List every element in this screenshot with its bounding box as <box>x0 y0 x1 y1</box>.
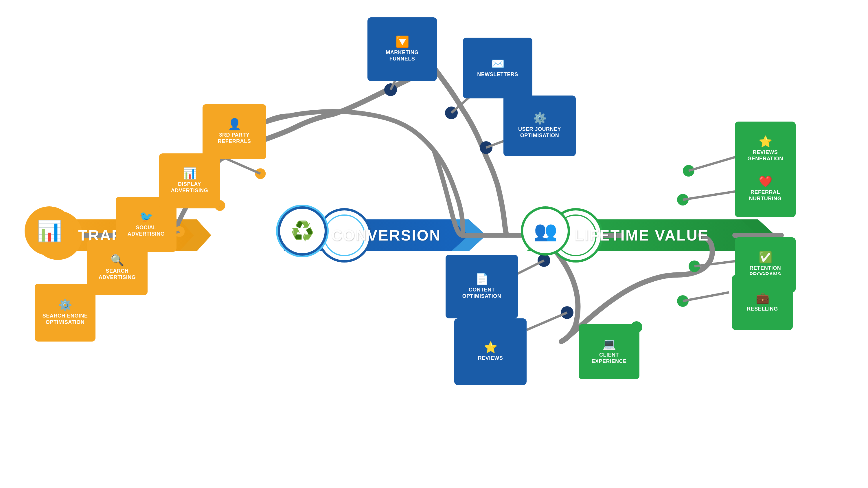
display-ads-icon: 📊 <box>183 168 196 179</box>
social-ads-icon: 🐦 <box>140 211 153 222</box>
svg-line-25 <box>683 292 729 301</box>
conversion-banner-container: ♻️ CONVERSION <box>283 219 486 251</box>
display-ads-label: DISPLAYADVERTISING <box>171 181 208 194</box>
seo-icon: ⚙️ <box>58 300 72 311</box>
referral-nurturing-icon: ❤️ <box>758 176 772 187</box>
card-referral-nurturing: ❤️ REFERRALNURTURING <box>735 161 796 217</box>
diagram-container: 📊 TRAFFIC ♻️ CONVERSION 👥 LIFETIME VALUE… <box>0 0 868 488</box>
reviews-gen-label: REVIEWSGENERATION <box>747 149 783 162</box>
svg-line-24 <box>694 261 741 266</box>
card-reviews: ⭐ REVIEWS <box>454 318 527 385</box>
lifetime-label: LIFETIME VALUE <box>574 226 709 244</box>
user-journey-label: USER JOURNEYOPTIMISATION <box>518 126 561 139</box>
content-opt-icon: 📄 <box>475 274 489 284</box>
card-user-journey: ⚙️ USER JOURNEYOPTIMISATION <box>503 95 576 156</box>
client-exp-icon: 💻 <box>602 339 616 349</box>
referrals-icon: 👤 <box>228 119 241 130</box>
card-content-opt: 📄 CONTENTOPTIMISATION <box>445 255 518 318</box>
reselling-label: RESELLING <box>747 306 778 312</box>
referral-nurturing-label: REFERRALNURTURING <box>749 189 782 202</box>
reviews-icon: ⭐ <box>484 342 497 353</box>
marketing-funnels-icon: 🔽 <box>396 36 409 47</box>
card-marketing-funnels: 🔽 MARKETINGFUNNELS <box>368 18 437 81</box>
reselling-icon: 💼 <box>756 293 769 304</box>
content-opt-label: CONTENTOPTIMISATION <box>462 287 501 299</box>
conversion-icon: ♻️ <box>291 220 314 242</box>
newsletters-label: NEWSLETTERS <box>477 71 518 78</box>
card-display-ads: 📊 DISPLAYADVERTISING <box>159 153 220 208</box>
client-exp-label: CLIENTEXPERIENCE <box>591 352 626 364</box>
reviews-label: REVIEWS <box>478 355 503 362</box>
card-referrals: 👤 3RD PARTYREFERRALS <box>203 104 266 159</box>
card-reselling: 💼 RESELLING <box>732 275 793 330</box>
marketing-funnels-label: MARKETINGFUNNELS <box>386 50 418 62</box>
social-ads-label: SOCIALADVERTISING <box>128 224 165 237</box>
svg-line-22 <box>689 156 738 171</box>
traffic-icon: 📊 <box>37 219 62 243</box>
search-ads-icon: 🔍 <box>111 255 124 266</box>
reviews-gen-icon: ⭐ <box>758 136 772 147</box>
card-newsletters: ✉️ NEWSLETTERS <box>463 38 532 98</box>
lifetime-icon: 👥 <box>534 220 557 242</box>
svg-line-23 <box>683 191 738 200</box>
svg-line-35 <box>527 313 567 330</box>
newsletters-icon: ✉️ <box>491 58 505 69</box>
conversion-label: CONVERSION <box>331 226 441 244</box>
referrals-label: 3RD PARTYREFERRALS <box>218 132 251 145</box>
user-journey-icon: ⚙️ <box>533 113 547 124</box>
card-client-exp: 💻 CLIENTEXPERIENCE <box>579 324 640 379</box>
search-ads-label: SEARCHADVERTISING <box>99 268 136 280</box>
card-seo: ⚙️ SEARCH ENGINE OPTIMISATION <box>35 284 95 341</box>
retention-icon: ✅ <box>758 252 772 263</box>
seo-label: SEARCH ENGINE OPTIMISATION <box>38 313 92 325</box>
